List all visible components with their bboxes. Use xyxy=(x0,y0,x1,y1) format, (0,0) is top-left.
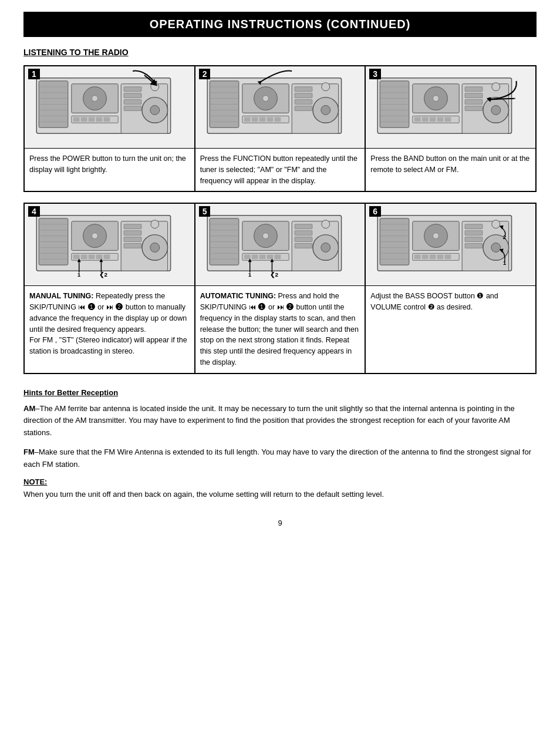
svg-rect-133 xyxy=(295,237,312,242)
step-image-1: 1 xyxy=(25,66,194,149)
svg-rect-99 xyxy=(103,255,110,260)
step-image-6: 6 xyxy=(366,204,535,286)
step-image-4: 4 xyxy=(25,204,194,286)
step-cell-1: 1 xyxy=(24,66,195,191)
svg-point-123 xyxy=(262,233,268,239)
svg-point-79 xyxy=(492,83,500,91)
fm-label: FM xyxy=(23,447,35,456)
step-number-5: 5 xyxy=(199,206,211,217)
am-label: AM xyxy=(23,404,35,413)
svg-rect-95 xyxy=(73,255,80,260)
svg-rect-127 xyxy=(259,255,265,260)
step-text-5: AUTOMATIC TUNING: Press and hold the SKI… xyxy=(195,286,365,372)
step-text-1: Press the POWER button to turn the unit … xyxy=(25,149,194,191)
svg-rect-14 xyxy=(81,117,87,122)
step-number-1: 1 xyxy=(28,69,40,79)
svg-rect-16 xyxy=(96,117,102,122)
svg-rect-74 xyxy=(465,93,483,98)
steps-grid-row1: 1 xyxy=(23,65,537,192)
svg-rect-75 xyxy=(465,100,483,105)
hints-section: Hints for Better Reception AM–The AM fer… xyxy=(23,388,537,502)
svg-rect-68 xyxy=(422,117,429,122)
note-text: When you turn the unit off and then back… xyxy=(23,489,537,501)
svg-rect-158 xyxy=(437,255,444,260)
step-text-6: Adjust the BASS BOOST button ❶ and VOLUM… xyxy=(366,286,535,372)
page: OPERATING INSTRUCTIONS (CONTINUED) LISTE… xyxy=(0,0,560,747)
svg-rect-155 xyxy=(414,255,421,260)
svg-text:❮2: ❮2 xyxy=(99,271,107,278)
svg-rect-161 xyxy=(465,224,483,229)
header-title: OPERATING INSTRUCTIONS (CONTINUED) xyxy=(150,18,411,31)
svg-text:❮2: ❮2 xyxy=(270,271,278,278)
svg-rect-15 xyxy=(89,117,95,122)
svg-rect-97 xyxy=(89,255,95,260)
svg-rect-48 xyxy=(295,100,312,105)
step-image-3: 3 xyxy=(366,66,535,149)
page-number: 9 xyxy=(23,519,537,527)
svg-rect-46 xyxy=(295,87,312,92)
svg-rect-76 xyxy=(465,106,483,111)
am-paragraph: AM–The AM ferrite bar antenna is located… xyxy=(23,403,537,439)
svg-point-78 xyxy=(491,106,501,115)
step-cell-2: 2 xyxy=(195,66,366,191)
step-cell-4: 4 xyxy=(24,203,195,373)
step-image-2: 2 xyxy=(195,66,365,149)
am-text: –The AM ferrite bar antenna is located i… xyxy=(23,404,515,438)
svg-rect-157 xyxy=(430,255,436,260)
svg-rect-104 xyxy=(124,244,141,248)
svg-rect-102 xyxy=(124,231,141,235)
svg-rect-131 xyxy=(295,224,312,229)
fm-text: –Make sure that the FM Wire Antenna is e… xyxy=(23,447,531,469)
svg-rect-163 xyxy=(465,237,483,242)
svg-rect-70 xyxy=(437,117,444,122)
svg-rect-67 xyxy=(414,117,421,122)
svg-point-153 xyxy=(433,233,439,239)
svg-rect-44 xyxy=(274,117,281,122)
svg-rect-96 xyxy=(81,255,87,260)
step-text-2: Press the FUNCTION button repeatedly unt… xyxy=(195,149,365,191)
svg-rect-126 xyxy=(251,255,258,260)
step-cell-6: 6 xyxy=(365,203,536,373)
svg-point-106 xyxy=(150,243,160,253)
svg-rect-47 xyxy=(295,93,312,98)
svg-rect-13 xyxy=(73,117,80,122)
svg-rect-71 xyxy=(445,117,451,122)
svg-rect-132 xyxy=(295,231,312,235)
svg-rect-21 xyxy=(124,100,141,105)
svg-rect-98 xyxy=(96,255,102,260)
svg-rect-159 xyxy=(445,255,451,260)
svg-rect-103 xyxy=(124,237,141,242)
svg-rect-19 xyxy=(124,87,141,92)
svg-point-25 xyxy=(151,83,159,91)
step-number-4: 4 xyxy=(28,206,40,217)
step-number-3: 3 xyxy=(369,69,381,79)
svg-rect-164 xyxy=(465,244,483,248)
svg-point-11 xyxy=(92,96,98,102)
svg-rect-129 xyxy=(274,255,281,260)
section-title: LISTENING TO THE RADIO xyxy=(23,48,537,57)
svg-rect-73 xyxy=(465,87,483,92)
note-title: NOTE: xyxy=(23,477,537,486)
svg-point-24 xyxy=(150,106,160,115)
step-text-3: Press the BAND button on the main unit o… xyxy=(366,149,535,191)
step-image-5: 5 xyxy=(195,204,365,286)
hints-title: Hints for Better Reception xyxy=(23,388,537,397)
step-number-2: 2 xyxy=(199,69,211,79)
steps-grid-row2: 4 xyxy=(23,203,537,374)
svg-point-52 xyxy=(321,83,329,91)
svg-rect-128 xyxy=(266,255,273,260)
header-banner: OPERATING INSTRUCTIONS (CONTINUED) xyxy=(23,12,537,37)
step-cell-5: 5 xyxy=(195,203,366,373)
svg-rect-125 xyxy=(244,255,250,260)
step-number-6: 6 xyxy=(369,206,381,217)
svg-point-166 xyxy=(491,243,501,253)
svg-point-136 xyxy=(321,243,330,253)
svg-point-51 xyxy=(321,106,330,115)
step-text-4: MANUAL TUNING: Repeatedly press the SKIP… xyxy=(25,286,194,372)
svg-rect-17 xyxy=(103,117,110,122)
svg-rect-134 xyxy=(295,244,312,248)
svg-point-38 xyxy=(262,96,268,102)
svg-point-107 xyxy=(151,220,159,228)
svg-rect-22 xyxy=(124,106,141,111)
svg-rect-156 xyxy=(422,255,429,260)
